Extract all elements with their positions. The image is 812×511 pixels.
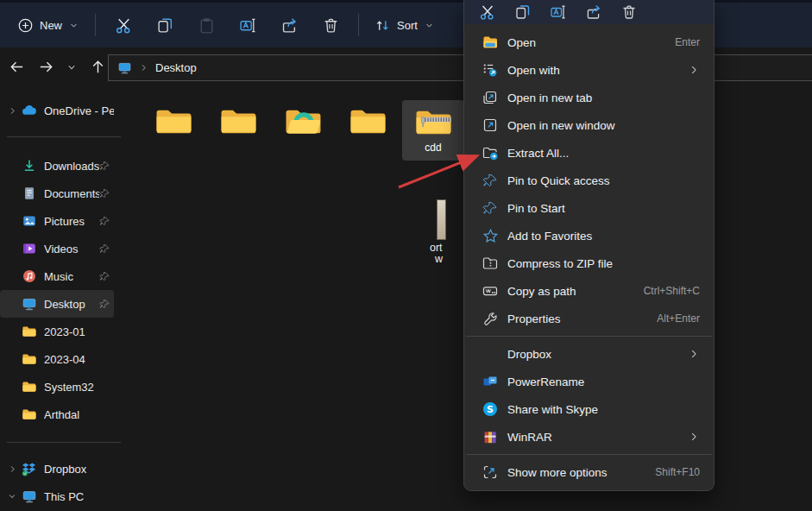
- menu-item-open-with[interactable]: Open with: [468, 56, 710, 84]
- menu-item-dropbox[interactable]: Dropbox: [468, 340, 710, 368]
- open-folder-icon: [482, 34, 499, 51]
- breadcrumb[interactable]: Desktop: [155, 61, 197, 74]
- download-icon: [21, 158, 37, 174]
- extract-all-icon: [482, 144, 499, 161]
- menu-item-powerrename[interactable]: PowerRename: [468, 368, 710, 395]
- menu-item-open-in-new-window[interactable]: Open in new window: [468, 111, 710, 139]
- folder-tile[interactable]: [348, 104, 388, 137]
- menu-item-pin-to-start[interactable]: Pin to Start: [468, 194, 710, 222]
- copy-button[interactable]: [507, 2, 538, 22]
- menu-item-label: Add to Favorites: [507, 230, 700, 243]
- skype-icon: S: [482, 401, 499, 418]
- pin-icon: [99, 243, 110, 255]
- new-button[interactable]: New: [9, 12, 88, 39]
- menu-item-copy-as-path[interactable]: Copy as path Ctrl+Shift+C: [468, 277, 710, 305]
- sidebar-divider: [7, 442, 121, 443]
- chevron-right-icon[interactable]: [3, 106, 21, 116]
- sidebar-item-label: System32: [44, 381, 114, 394]
- back-button[interactable]: [3, 55, 29, 79]
- menu-item-open-in-new-tab[interactable]: Open in new tab: [468, 84, 710, 111]
- menu-item-extract-all[interactable]: Extract All...: [468, 139, 710, 167]
- sidebar-item-label: Dropbox: [44, 463, 114, 476]
- new-tab-icon: [482, 89, 499, 106]
- wrench-icon: [482, 310, 499, 327]
- plus-circle-icon: [17, 17, 34, 34]
- sidebar-item-dropbox[interactable]: Dropbox: [0, 455, 114, 483]
- sidebar-item-pictures[interactable]: Pictures: [0, 207, 114, 235]
- sidebar-item-onedrive[interactable]: OneDrive - Perso: [0, 97, 114, 124]
- delete-button[interactable]: [313, 10, 348, 40]
- menu-item-open[interactable]: Open Enter: [468, 28, 710, 56]
- delete-button[interactable]: [613, 2, 645, 22]
- menu-item-label: Extract All...: [507, 147, 700, 160]
- new-window-icon: [482, 117, 499, 134]
- this-pc-monitor-icon: [21, 489, 37, 505]
- menu-item-properties[interactable]: Properties Alt+Enter: [468, 305, 710, 332]
- partial-file-label-line1: ort: [430, 242, 443, 254]
- submenu-chevron-icon: [688, 64, 700, 76]
- sidebar-item-label: Pictures: [44, 215, 99, 228]
- desktop-monitor-icon: [21, 296, 37, 312]
- sidebar-item-label: OneDrive - Perso: [44, 104, 114, 117]
- menu-item-add-to-favorites[interactable]: Add to Favorites: [468, 222, 710, 249]
- pin-icon: [482, 172, 499, 189]
- sidebar-item-downloads[interactable]: Downloads: [0, 152, 114, 180]
- menu-item-pin-to-quick-access[interactable]: Pin to Quick access: [468, 167, 710, 194]
- desktop-location-icon: [117, 60, 132, 75]
- sidebar-item-documents[interactable]: Documents: [0, 180, 114, 207]
- onedrive-cloud-icon: [21, 103, 37, 119]
- menu-item-show-more-options[interactable]: Show more options Shift+F10: [468, 458, 710, 486]
- sort-button[interactable]: Sort: [366, 12, 444, 39]
- menu-item-label: Open in new window: [507, 119, 700, 132]
- chevron-down-icon[interactable]: [3, 491, 21, 502]
- cut-button[interactable]: [471, 2, 503, 22]
- sidebar-item-label: 2023-01: [44, 325, 114, 338]
- submenu-chevron-icon: [688, 431, 700, 443]
- sidebar-item-label: Arthdal: [44, 408, 114, 421]
- copy-button[interactable]: [148, 10, 182, 40]
- menu-item-share-with-skype[interactable]: S Share with Skype: [468, 395, 710, 423]
- sidebar-item-this-pc[interactable]: This PC: [0, 483, 114, 510]
- sidebar-item-desktop[interactable]: Desktop: [0, 290, 114, 318]
- folder-tile[interactable]: [218, 104, 259, 137]
- up-button[interactable]: [85, 55, 110, 79]
- sidebar-item-arthdal[interactable]: Arthdal: [0, 401, 114, 428]
- paste-button[interactable]: [189, 10, 223, 40]
- sidebar-item-2023-01[interactable]: 2023-01: [0, 318, 114, 345]
- menu-item-label: WinRAR: [507, 431, 688, 444]
- partial-file-thumbnail[interactable]: [437, 199, 446, 240]
- winrar-icon: [482, 428, 499, 445]
- sidebar-item-2023-04[interactable]: 2023-04: [0, 345, 114, 373]
- pin-icon: [99, 271, 110, 282]
- chevron-right-icon[interactable]: [3, 464, 21, 474]
- sidebar-item-videos[interactable]: Videos: [0, 235, 114, 262]
- open-with-icon: [482, 61, 499, 79]
- sidebar-item-system32[interactable]: System32: [0, 373, 114, 401]
- copy-path-icon: [482, 282, 499, 300]
- sidebar-item-music[interactable]: Music: [0, 262, 114, 290]
- share-button[interactable]: [577, 2, 609, 22]
- pin-icon: [99, 188, 110, 199]
- menu-item-compress-to-zip[interactable]: Compress to ZIP file: [468, 249, 710, 277]
- folder-tile-app[interactable]: [283, 104, 324, 137]
- pictures-icon: [21, 213, 37, 230]
- recent-locations-chevron[interactable]: [59, 55, 85, 79]
- toolbar-divider: [358, 14, 359, 36]
- sidebar-item-label: This PC: [44, 490, 114, 503]
- rename-button[interactable]: [542, 2, 574, 22]
- zipped-folder-icon: [413, 105, 454, 138]
- folder-tile[interactable]: [154, 104, 194, 137]
- menu-item-label: Copy as path: [507, 285, 644, 298]
- menu-item-shortcut: Shift+F10: [655, 466, 700, 478]
- menu-item-winrar[interactable]: WinRAR: [468, 423, 710, 451]
- pin-icon: [99, 299, 110, 310]
- cut-button[interactable]: [106, 10, 141, 40]
- menu-item-shortcut: Enter: [675, 36, 700, 48]
- sidebar-divider: [7, 136, 121, 137]
- selected-zip-folder-tile[interactable]: cdd: [402, 100, 464, 161]
- rename-button[interactable]: [230, 10, 265, 40]
- forward-button[interactable]: [33, 55, 59, 79]
- dropbox-icon: [21, 461, 37, 477]
- share-button[interactable]: [272, 10, 306, 40]
- sidebar-item-label: Desktop: [44, 298, 99, 311]
